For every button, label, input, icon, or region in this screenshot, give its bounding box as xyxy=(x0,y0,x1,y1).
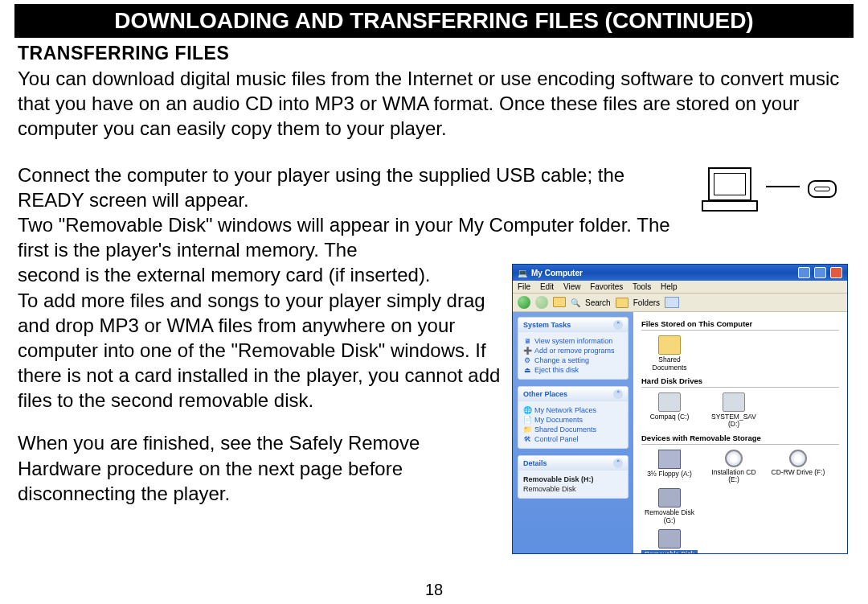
system-tasks-label: System Tasks xyxy=(523,321,571,329)
removable-disk-icon xyxy=(658,529,681,549)
window-titlebar: 💻 My Computer xyxy=(513,265,847,281)
task-eject-disk[interactable]: ⏏Eject this disk xyxy=(523,366,623,374)
system-tasks-head[interactable]: System Tasks ˄ xyxy=(518,318,628,332)
chevron-up-icon[interactable]: ˄ xyxy=(613,458,623,468)
page-number: 18 xyxy=(0,581,868,599)
disks-paragraph-b: second is the external memory card (if i… xyxy=(18,262,504,287)
cd-e[interactable]: Installation CD (E:) xyxy=(706,450,762,484)
maximize-button[interactable] xyxy=(814,267,826,278)
my-computer-window: 💻 My Computer File Edit View Favorites T… xyxy=(512,264,848,554)
floppy-icon xyxy=(658,450,681,469)
forward-button[interactable] xyxy=(535,296,548,309)
place-my-documents[interactable]: 📄My Documents xyxy=(523,416,623,424)
computer-to-player-illustration xyxy=(702,167,837,212)
menu-favorites[interactable]: Favorites xyxy=(590,282,623,291)
pc-base-icon xyxy=(702,200,758,212)
details-line-2: Removable Disk xyxy=(523,485,623,493)
menu-bar[interactable]: File Edit View Favorites Tools Help xyxy=(513,281,847,294)
place-network[interactable]: 🌐My Network Places xyxy=(523,406,623,414)
place-control-panel[interactable]: 🛠Control Panel xyxy=(523,435,623,443)
removable-disk-icon xyxy=(658,488,681,507)
safely-remove-paragraph: When you are finished, see the Safely Re… xyxy=(18,430,504,506)
chevron-up-icon[interactable]: ˄ xyxy=(613,389,623,399)
section-subheading: TRANSFERRING FILES xyxy=(18,43,854,64)
folder-icon xyxy=(658,335,681,355)
menu-file[interactable]: File xyxy=(518,282,530,291)
folders-label[interactable]: Folders xyxy=(633,298,660,307)
details-line-1: Removable Disk (H:) xyxy=(523,475,623,483)
content-pane: Files Stored on This Computer Shared Doc… xyxy=(633,312,847,553)
other-places-label: Other Places xyxy=(523,390,567,398)
task-add-remove-programs[interactable]: ➕Add or remove programs xyxy=(523,347,623,355)
search-label[interactable]: Search xyxy=(585,298,611,307)
window-title: My Computer xyxy=(531,269,583,277)
drag-drop-paragraph: To add more files and songs to your play… xyxy=(18,288,504,413)
place-shared-documents[interactable]: 📁Shared Documents xyxy=(523,425,623,433)
removable-g[interactable]: Removable Disk (G:) xyxy=(641,488,698,524)
floppy-a[interactable]: 3½ Floppy (A:) xyxy=(641,450,698,484)
search-icon[interactable]: 🔍 xyxy=(571,298,580,307)
cable-icon xyxy=(766,186,800,187)
removable-h-selected[interactable]: Removable Disk (H:) xyxy=(641,529,698,553)
disks-paragraph-a: Two "Removable Disk" windows will appear… xyxy=(18,212,685,262)
monitor-icon xyxy=(708,167,751,201)
cdrw-f[interactable]: CD-RW Drive (F:) xyxy=(770,450,826,484)
back-button[interactable] xyxy=(518,296,530,309)
details-label: Details xyxy=(523,459,547,467)
connect-paragraph: Connect the computer to your player usin… xyxy=(18,162,685,212)
page-header: DOWNLOADING AND TRANSFERRING FILES (CONT… xyxy=(14,4,854,38)
other-places-head[interactable]: Other Places ˄ xyxy=(518,387,628,401)
toolbar: 🔍 Search Folders xyxy=(513,294,847,312)
chevron-up-icon[interactable]: ˄ xyxy=(613,320,623,330)
player-device-icon xyxy=(808,180,837,198)
section-removable: Devices with Removable Storage xyxy=(641,433,839,442)
task-view-system-info[interactable]: 🖥View system information xyxy=(523,337,623,345)
details-head[interactable]: Details ˄ xyxy=(518,456,628,470)
menu-view[interactable]: View xyxy=(563,282,581,291)
menu-tools[interactable]: Tools xyxy=(633,282,651,291)
section-files-stored: Files Stored on This Computer xyxy=(641,319,839,328)
drive-c[interactable]: Compaq (C:) xyxy=(641,392,698,429)
folders-icon[interactable] xyxy=(616,298,628,308)
drive-icon xyxy=(658,392,681,412)
side-pane: System Tasks ˄ 🖥View system information … xyxy=(513,312,633,553)
close-button[interactable] xyxy=(830,267,842,278)
section-hard-disks: Hard Disk Drives xyxy=(641,376,839,385)
intro-paragraph: You can download digital music files fro… xyxy=(18,66,854,142)
minimize-button[interactable] xyxy=(798,267,810,278)
menu-help[interactable]: Help xyxy=(661,282,678,291)
window-icon: 💻 xyxy=(518,269,527,277)
drive-icon xyxy=(723,392,745,412)
item-shared-documents[interactable]: Shared Documents xyxy=(641,335,698,372)
menu-edit[interactable]: Edit xyxy=(540,282,554,291)
cd-icon xyxy=(725,450,743,467)
up-button[interactable] xyxy=(553,297,566,309)
cd-icon xyxy=(789,450,807,467)
views-button[interactable] xyxy=(665,297,679,308)
drive-d[interactable]: SYSTEM_SAV (D:) xyxy=(706,392,762,429)
task-change-setting[interactable]: ⚙Change a setting xyxy=(523,356,623,364)
